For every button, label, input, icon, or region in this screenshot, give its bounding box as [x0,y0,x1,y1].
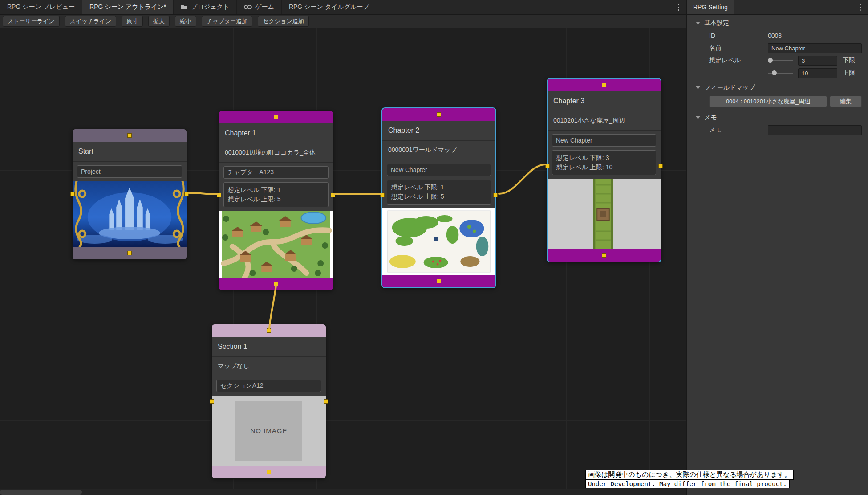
port-left[interactable] [217,193,221,197]
node-map-name: マップなし [212,357,326,376]
node-map-name: 0010001辺境の町ココカラ_全体 [219,143,333,163]
name-input[interactable] [768,43,862,53]
editor-tab-bar: RPG シーン プレビュー RPG シーン アウトライン* プロジェクト ゲーム… [0,0,686,15]
chapter3-level-info: 想定レベル 下限: 3 想定レベル 上限: 10 [552,150,656,175]
level-max: 想定レベル 上限: 5 [391,192,487,201]
chapter1-name-input[interactable] [223,166,329,179]
port-right[interactable] [493,193,498,197]
foldout-triangle-icon [696,116,700,119]
under-development-notice: 画像は開発中のものにつき、実際の仕様と異なる場合があります。 Under Dev… [585,470,794,488]
add-section-button[interactable]: セクション追加 [258,16,309,27]
node-map-name: 0000001ワールドマップ [382,141,495,160]
memo-label: メモ [709,126,768,134]
start-name-input[interactable] [77,165,182,178]
port-right[interactable] [658,164,663,168]
chapter2-level-info: 想定レベル 下限: 1 想定レベル 上限: 5 [387,180,491,205]
rpg-setting-panel: RPG Setting 基本設定 ID 0003 名前 想定レベル 下限 上限 … [686,0,868,495]
add-chapter-button[interactable]: チャプター追加 [202,16,252,27]
switchline-button[interactable]: スイッチライン [65,16,116,27]
port-right[interactable] [324,399,328,404]
port-bottom[interactable] [267,470,271,474]
foldout-memo[interactable]: メモ [687,109,868,124]
wire-chapter2-to-chapter3 [499,164,546,194]
section1-name-input[interactable] [216,380,321,392]
level-max-input[interactable] [798,68,837,78]
tab-rpg-scene-outline[interactable]: RPG シーン アウトライン* [82,0,174,14]
node-title: Section 1 [212,337,326,357]
port-bottom[interactable] [437,279,441,283]
node-start[interactable]: Start [72,129,187,260]
actual-size-button[interactable]: 原寸 [122,16,143,27]
tab-label: プロジェクト [191,3,229,11]
tab-project[interactable]: プロジェクト [174,0,237,14]
node-chapter2-footer [382,275,495,287]
node-title: Chapter 2 [382,121,495,141]
level-min: 想定レベル 下限: 3 [556,153,652,163]
name-label: 名前 [709,44,768,52]
port-bottom[interactable] [127,251,132,255]
level-min: 想定レベル 下限: 1 [228,185,324,195]
port-top[interactable] [267,328,271,333]
port-top[interactable] [274,115,278,119]
level-max-slider[interactable] [768,73,793,74]
node-title: Chapter 3 [548,91,661,111]
port-top[interactable] [602,83,606,87]
foldout-basic-settings[interactable]: 基本設定 [687,15,868,29]
port-right[interactable] [184,192,189,196]
field-map-row: 0004 : 0010201小さな廃屋_周辺 編集 [687,94,868,109]
tab-label: ゲーム [255,3,274,11]
no-image-label: NO IMAGE [250,427,287,434]
node-chapter-2[interactable]: Chapter 2 0000001ワールドマップ 想定レベル 下限: 1 想定レ… [381,107,496,288]
port-bottom[interactable] [274,282,278,286]
gamepad-icon [244,5,252,9]
level-min: 想定レベル 下限: 1 [391,183,487,192]
port-left[interactable] [210,399,214,404]
node-chapter3-header [548,79,661,91]
chapter1-thumbnail-town-map [219,211,333,278]
tab-rpg-scene-preview[interactable]: RPG シーン プレビュー [0,0,82,14]
horizontal-scrollbar[interactable] [0,489,686,495]
horizontal-scrollbar-thumb[interactable] [0,490,82,495]
tab-rpg-setting[interactable]: RPG Setting [687,0,734,14]
level-min-row: 想定レベル 下限 [687,54,868,67]
node-chapter-1[interactable]: Chapter 1 0010001辺境の町ココカラ_全体 想定レベル 下限: 1… [219,110,333,290]
node-graph-canvas[interactable]: Start [0,28,686,495]
port-bottom[interactable] [602,253,606,258]
node-section1-header [212,324,326,337]
level-min-slider[interactable] [768,60,793,61]
outline-toolbar: ストーリーライン スイッチライン 原寸 拡大 縮小 チャプター追加 セクション追… [0,15,686,28]
foldout-label: 基本設定 [704,19,729,27]
port-right[interactable] [331,193,335,197]
wire-start-to-chapter1 [189,193,218,194]
node-chapter1-footer [219,278,333,290]
foldout-label: フィールドマップ [704,84,755,92]
tab-rpg-scene-tilegroup[interactable]: RPG シーン タイルグループ [282,0,377,14]
zoom-in-button[interactable]: 拡大 [148,16,170,27]
chapter3-name-input[interactable] [552,134,656,147]
node-section1-footer [212,466,326,478]
zoom-out-button[interactable]: 縮小 [175,16,196,27]
foldout-label: メモ [704,114,717,122]
field-map-select-button[interactable]: 0004 : 0010201小さな廃屋_周辺 [709,96,827,107]
section1-thumbnail-no-image: NO IMAGE [212,396,326,466]
node-chapter1-header [219,111,333,123]
foldout-triangle-icon [696,22,700,25]
level-min-input[interactable] [798,56,837,66]
port-left[interactable] [380,193,385,197]
node-chapter-3[interactable]: Chapter 3 0010201小さな廃屋_周辺 想定レベル 下限: 3 想定… [547,78,661,262]
chapter2-name-input[interactable] [387,164,491,176]
tab-game[interactable]: ゲーム [237,0,282,14]
port-top[interactable] [127,133,132,138]
tabbar-menu-icon[interactable] [673,2,684,12]
port-left[interactable] [545,164,550,168]
field-map-edit-button[interactable]: 編集 [830,96,862,107]
tab-label: RPG Setting [693,4,728,11]
memo-input[interactable] [768,125,862,135]
foldout-field-map[interactable]: フィールドマップ [687,79,868,94]
node-section-1[interactable]: Section 1 マップなし NO IMAGE [211,324,326,479]
node-chapter2-header [382,108,495,121]
inspector-menu-icon[interactable] [855,2,865,12]
storyline-button[interactable]: ストーリーライン [3,16,60,27]
port-top[interactable] [437,112,441,117]
port-left[interactable] [70,192,75,196]
